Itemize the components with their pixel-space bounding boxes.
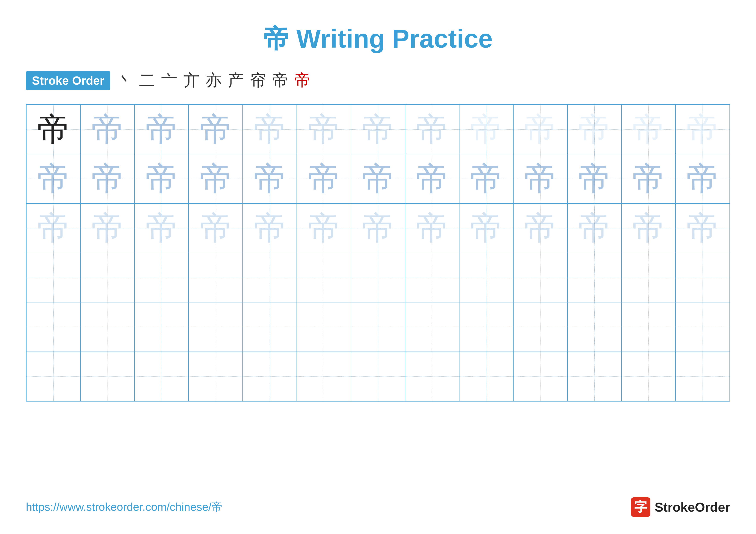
practice-char: 帝 [254,113,286,146]
practice-char: 帝 [632,113,664,146]
practice-char: 帝 [254,212,286,244]
grid-cell [26,352,80,401]
grid-cell [80,352,134,401]
practice-char: 帝 [362,113,394,146]
footer-url: https://www.strokeorder.com/chinese/帝 [26,499,223,515]
grid-cell: 帝 [26,105,80,154]
practice-char: 帝 [416,212,448,244]
logo-icon: 字 [631,497,650,517]
practice-char: 帝 [578,212,610,244]
grid-cell [26,253,80,302]
grid-cell [80,302,134,351]
grid-cell [567,352,622,401]
grid-cell [243,253,297,302]
stroke-9: 帝 [294,69,310,91]
grid-cell [459,253,513,302]
practice-char: 帝 [200,163,232,195]
grid-cell [189,352,243,401]
grid-cell [351,253,405,302]
grid-cell: 帝 [622,105,676,154]
grid-cell [676,253,730,302]
grid-cell [243,352,297,401]
practice-char: 帝 [308,113,340,146]
grid-cell: 帝 [243,204,297,253]
grid-cell: 帝 [676,204,730,253]
practice-char: 帝 [92,163,124,195]
grid-cell [405,253,459,302]
grid-cell: 帝 [405,105,459,154]
footer-logo: 字 StrokeOrder [631,497,730,517]
grid-cell: 帝 [351,204,405,253]
practice-char: 帝 [92,212,124,244]
page-title: 帝 Writing Practice [26,21,730,57]
grid-cell [243,302,297,351]
grid-cell: 帝 [80,204,134,253]
grid-cell [351,352,405,401]
stroke-order-badge: Stroke Order [26,71,110,90]
stroke-1: 丶 [117,69,133,91]
stroke-3: 亠 [161,69,177,91]
grid-cell [459,352,513,401]
grid-cell: 帝 [676,105,730,154]
grid-cell [676,302,730,351]
stroke-8: 帝 [272,69,288,91]
grid-cell: 帝 [513,154,567,203]
practice-char: 帝 [524,163,556,195]
practice-char: 帝 [146,163,178,195]
practice-grid: 帝帝帝帝帝帝帝帝帝帝帝帝帝帝帝帝帝帝帝帝帝帝帝帝帝帝帝帝帝帝帝帝帝帝帝帝帝帝帝 [26,104,730,401]
stroke-5: 亦 [205,69,222,91]
grid-cell [676,352,730,401]
grid-cell: 帝 [189,204,243,253]
grid-cell [134,253,189,302]
grid-cell: 帝 [243,105,297,154]
practice-char: 帝 [524,212,556,244]
grid-cell: 帝 [567,204,622,253]
grid-cell [513,302,567,351]
practice-char: 帝 [37,113,69,146]
practice-char: 帝 [200,212,232,244]
grid-cell: 帝 [134,105,189,154]
practice-char: 帝 [524,113,556,146]
grid-cell [189,302,243,351]
grid-cell: 帝 [80,105,134,154]
grid-cell: 帝 [622,204,676,253]
grid-cell [297,302,351,351]
practice-char: 帝 [362,212,394,244]
grid-cell [405,302,459,351]
practice-char: 帝 [200,113,232,146]
practice-char: 帝 [146,212,178,244]
grid-cell: 帝 [567,105,622,154]
grid-cell: 帝 [567,154,622,203]
grid-cell: 帝 [26,154,80,203]
practice-char: 帝 [146,113,178,146]
grid-cell: 帝 [351,154,405,203]
practice-char: 帝 [687,212,719,244]
grid-cell [134,352,189,401]
practice-char: 帝 [37,212,69,244]
practice-char: 帝 [687,113,719,146]
footer: https://www.strokeorder.com/chinese/帝 字 … [26,497,730,517]
grid-cell [622,352,676,401]
grid-cell [80,253,134,302]
grid-cell: 帝 [189,154,243,203]
practice-char: 帝 [632,163,664,195]
practice-char: 帝 [92,113,124,146]
grid-cell: 帝 [459,154,513,203]
grid-cell: 帝 [351,105,405,154]
grid-cell [134,302,189,351]
grid-cell: 帝 [134,204,189,253]
title-text: Writing Practice [296,24,493,53]
grid-cell [459,302,513,351]
grid-cell [513,352,567,401]
grid-cell: 帝 [459,204,513,253]
grid-cell [513,253,567,302]
practice-char: 帝 [416,113,448,146]
stroke-2: 二 [139,69,155,91]
practice-char: 帝 [362,163,394,195]
stroke-sequence: 丶 二 亠 亣 亦 产 帘 帝 帝 [117,69,310,91]
grid-cell: 帝 [513,105,567,154]
grid-cell: 帝 [459,105,513,154]
grid-cell: 帝 [676,154,730,203]
grid-cell: 帝 [297,154,351,203]
grid-cell [351,302,405,351]
